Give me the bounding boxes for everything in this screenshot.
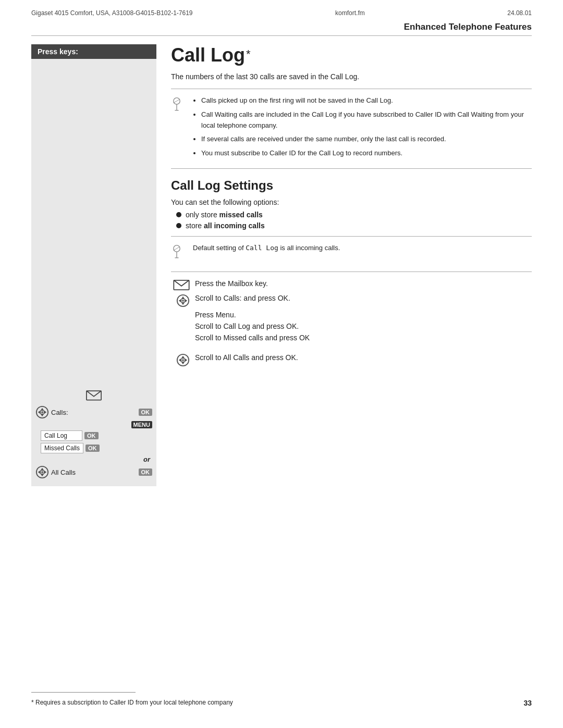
bullet-dot-1 xyxy=(176,212,181,217)
section-heading: Enhanced Telephone Features xyxy=(31,22,532,36)
step-calls-text: Scroll to Calls: and press OK. xyxy=(195,294,290,302)
left-column: Press keys: xyxy=(31,44,156,486)
header-right: 24.08.01 xyxy=(507,9,532,17)
step-call-log: Scroll to Call Log and press OK. xyxy=(171,322,532,330)
step-or xyxy=(171,345,532,350)
divider-3 xyxy=(171,236,532,237)
step-missed-calls-text: Scroll to Missed calls and press OK xyxy=(195,334,310,342)
svg-line-16 xyxy=(174,99,180,103)
page-footer: * Requires a subscription to Caller ID f… xyxy=(31,692,532,707)
note-item-3: If several calls are received under the … xyxy=(201,134,532,145)
step-menu-text: Press Menu. xyxy=(195,311,236,319)
svg-marker-24 xyxy=(181,302,185,305)
step-mailbox: Press the Mailbox key. xyxy=(171,279,532,291)
default-note-text: Default setting of Call Log is all incom… xyxy=(193,243,340,265)
option-all-calls: store all incoming calls xyxy=(176,221,532,230)
step-missed-calls: Scroll to Missed calls and press OK xyxy=(171,334,532,342)
bullet-dot-2 xyxy=(176,223,181,228)
steps-area: Press the Mailbox key. Scroll to Calls: … xyxy=(171,279,532,367)
right-column: Call Log * The numbers of the last 30 ca… xyxy=(156,44,532,486)
footer-note: * Requires a subscription to Caller ID f… xyxy=(31,698,292,707)
step-calls-icon-area xyxy=(171,294,190,307)
calls-ok-badge: OK xyxy=(139,409,153,416)
main-title-text: Call Log xyxy=(171,44,245,66)
svg-point-27 xyxy=(182,300,184,302)
pin-icon xyxy=(171,96,187,162)
default-note-box: Default setting of Call Log is all incom… xyxy=(171,243,532,265)
svg-marker-30 xyxy=(181,362,185,365)
page-header: Gigaset 4015 Comfort, USA, A31008-G4015-… xyxy=(0,0,563,17)
all-calls-label: All Calls xyxy=(51,468,137,476)
main-title-area: Call Log * xyxy=(171,44,532,66)
missed-calls-label: Missed Calls xyxy=(41,443,83,453)
header-center: komfort.fm xyxy=(335,9,365,17)
option-1-text: only store missed calls xyxy=(186,211,263,219)
svg-marker-11 xyxy=(44,470,47,474)
nav-scroll-icon-2 xyxy=(35,465,49,479)
svg-marker-9 xyxy=(40,474,44,477)
svg-marker-8 xyxy=(40,468,44,471)
note-item-1: Calls picked up on the first ring will n… xyxy=(201,95,532,106)
missed-calls-sub-row: Missed Calls OK xyxy=(41,443,152,453)
svg-marker-26 xyxy=(185,299,188,302)
note-item-4: You must subscribe to Caller ID for the … xyxy=(201,148,532,159)
intro-text: The numbers of the last 30 calls are sav… xyxy=(171,71,532,82)
svg-marker-23 xyxy=(181,297,185,300)
sub-heading: Call Log Settings xyxy=(171,178,532,193)
press-keys-header: Press keys: xyxy=(31,44,156,59)
call-log-ok-badge: OK xyxy=(84,432,99,439)
step-calls: Scroll to Calls: and press OK. xyxy=(171,294,532,307)
svg-marker-25 xyxy=(179,299,182,302)
svg-point-6 xyxy=(41,411,43,413)
title-asterisk: * xyxy=(246,47,251,61)
note-item-2: Call Waiting calls are included in the C… xyxy=(201,109,532,131)
svg-marker-3 xyxy=(40,414,44,417)
step-mailbox-text: Press the Mailbox key. xyxy=(195,279,268,288)
note-box: Calls picked up on the first ring will n… xyxy=(171,95,532,162)
svg-marker-29 xyxy=(181,356,185,359)
option-2-text: store all incoming calls xyxy=(186,221,265,230)
svg-marker-2 xyxy=(40,408,44,411)
step-mailbox-icon-area xyxy=(171,279,190,291)
svg-marker-5 xyxy=(44,410,47,414)
option-missed-calls: only store missed calls xyxy=(176,211,532,219)
svg-marker-32 xyxy=(185,358,188,362)
step-call-log-text: Scroll to Call Log and press OK. xyxy=(195,322,299,330)
options-list: only store missed calls store all incomi… xyxy=(171,211,532,230)
step-all-calls-icon-area xyxy=(171,353,190,367)
divider-2 xyxy=(171,168,532,169)
header-left: Gigaset 4015 Comfort, USA, A31008-G4015-… xyxy=(31,9,193,17)
all-calls-key-row: All Calls OK xyxy=(35,465,152,479)
step-menu: Press Menu. xyxy=(171,311,532,319)
mailbox-icon xyxy=(86,389,102,402)
menu-key-row: MENU xyxy=(35,421,152,428)
svg-point-33 xyxy=(182,359,184,361)
or-text: or xyxy=(143,455,150,463)
svg-marker-10 xyxy=(38,470,41,474)
call-log-sub-row: Call Log OK xyxy=(41,430,152,441)
footer-divider xyxy=(31,692,136,693)
all-calls-ok-badge: OK xyxy=(139,468,153,476)
missed-calls-ok-badge: OK xyxy=(85,445,100,452)
calls-key-row: Calls: OK xyxy=(35,405,152,419)
call-log-label: Call Log xyxy=(41,430,82,441)
or-divider: or xyxy=(35,455,152,463)
step-all-calls: Scroll to All Calls and press OK. xyxy=(171,353,532,367)
divider-4 xyxy=(171,272,532,272)
step-all-calls-text: Scroll to All Calls and press OK. xyxy=(195,353,298,362)
svg-line-20 xyxy=(174,246,180,250)
menu-badge: MENU xyxy=(131,421,152,428)
svg-point-12 xyxy=(41,471,43,473)
mailbox-key-row xyxy=(35,389,152,402)
svg-marker-31 xyxy=(179,358,182,362)
page-container: Press keys: xyxy=(31,44,532,486)
divider-1 xyxy=(171,89,532,89)
nav-scroll-icon xyxy=(35,405,49,419)
calls-label: Calls: xyxy=(51,409,137,416)
page-number: 33 xyxy=(523,699,532,707)
svg-marker-4 xyxy=(38,410,41,414)
press-keys-body: Calls: OK MENU Call Log OK Missed Calls … xyxy=(31,59,156,486)
options-intro: You can set the following options: xyxy=(171,198,532,206)
pin-icon-2 xyxy=(171,244,187,265)
note-bullets: Calls picked up on the first ring will n… xyxy=(193,95,532,162)
